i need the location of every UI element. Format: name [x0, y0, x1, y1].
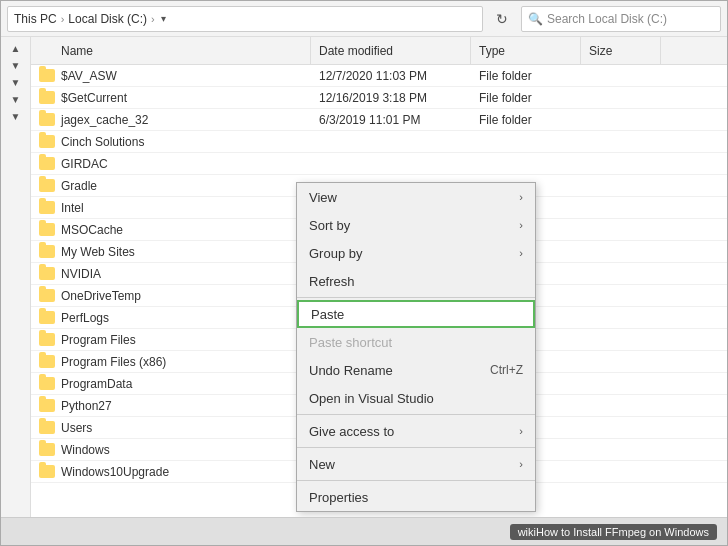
nav-down-arrow-2[interactable]: ▼ — [9, 75, 23, 90]
file-date-cell: 12/7/2020 11:03 PM — [311, 69, 471, 83]
col-header-type[interactable]: Type — [471, 37, 581, 64]
ctx-menu-item[interactable]: Properties — [297, 483, 535, 511]
file-name-label: Cinch Solutions — [61, 135, 144, 149]
ctx-submenu-arrow: › — [519, 458, 523, 470]
table-row[interactable]: Cinch Solutions — [31, 131, 727, 153]
file-name-label: PerfLogs — [61, 311, 109, 325]
file-name-cell: My Web Sites — [31, 245, 311, 259]
address-bar: This PC › Local Disk (C:) › ▾ ↻ 🔍 Search… — [1, 1, 727, 37]
breadcrumb-sep-2: › — [151, 13, 155, 25]
context-menu: View›Sort by›Group by›RefreshPastePaste … — [296, 182, 536, 512]
folder-icon — [39, 135, 55, 148]
file-name-cell: OneDriveTemp — [31, 289, 311, 303]
file-name-cell: GIRDAC — [31, 157, 311, 171]
file-name-label: MSOCache — [61, 223, 123, 237]
folder-icon — [39, 377, 55, 390]
file-type-cell: File folder — [471, 69, 581, 83]
ctx-item-label: Group by — [309, 246, 362, 261]
ctx-menu-item[interactable]: Open in Visual Studio — [297, 384, 535, 412]
file-name-cell: PerfLogs — [31, 311, 311, 325]
file-name-label: My Web Sites — [61, 245, 135, 259]
left-nav: ▲ ▼ ▼ ▼ ▼ — [1, 37, 31, 517]
ctx-shortcut: Ctrl+Z — [490, 363, 523, 377]
ctx-menu-item[interactable]: Paste — [297, 300, 535, 328]
ctx-item-label: Undo Rename — [309, 363, 393, 378]
folder-icon — [39, 201, 55, 214]
folder-icon — [39, 91, 55, 104]
file-name-cell: $GetCurrent — [31, 91, 311, 105]
file-name-cell: Intel — [31, 201, 311, 215]
ctx-submenu-arrow: › — [519, 191, 523, 203]
nav-down-arrow-1[interactable]: ▼ — [9, 58, 23, 73]
wiki-badge: wikiHow to Install FFmpeg on Windows — [510, 524, 717, 540]
ctx-menu-item[interactable]: Give access to› — [297, 417, 535, 445]
ctx-menu-item[interactable]: View› — [297, 183, 535, 211]
ctx-menu-item[interactable]: Undo RenameCtrl+Z — [297, 356, 535, 384]
nav-down-arrow-4[interactable]: ▼ — [9, 109, 23, 124]
ctx-item-label: Sort by — [309, 218, 350, 233]
folder-icon — [39, 179, 55, 192]
file-name-cell: Windows — [31, 443, 311, 457]
table-row[interactable]: GIRDAC — [31, 153, 727, 175]
bottom-bar: wikiHow to Install FFmpeg on Windows — [1, 517, 727, 545]
folder-icon — [39, 69, 55, 82]
ctx-submenu-arrow: › — [519, 425, 523, 437]
table-row[interactable]: $GetCurrent 12/16/2019 3:18 PM File fold… — [31, 87, 727, 109]
ctx-item-label: Paste — [311, 307, 344, 322]
ctx-menu-item[interactable]: New› — [297, 450, 535, 478]
ctx-menu-item[interactable]: Refresh — [297, 267, 535, 295]
ctx-item-label: Give access to — [309, 424, 394, 439]
file-name-label: jagex_cache_32 — [61, 113, 148, 127]
ctx-item-label: New — [309, 457, 335, 472]
file-name-label: Program Files — [61, 333, 136, 347]
file-name-cell: Gradle — [31, 179, 311, 193]
file-name-label: Windows10Upgrade — [61, 465, 169, 479]
file-name-label: NVIDIA — [61, 267, 101, 281]
col-header-name[interactable]: Name — [31, 37, 311, 64]
folder-icon — [39, 355, 55, 368]
file-name-label: Python27 — [61, 399, 112, 413]
ctx-menu-item[interactable]: Group by› — [297, 239, 535, 267]
nav-down-arrow-3[interactable]: ▼ — [9, 92, 23, 107]
folder-icon — [39, 157, 55, 170]
file-name-label: Intel — [61, 201, 84, 215]
file-name-cell: Program Files (x86) — [31, 355, 311, 369]
nav-up-arrow[interactable]: ▲ — [9, 41, 23, 56]
table-row[interactable]: $AV_ASW 12/7/2020 11:03 PM File folder — [31, 65, 727, 87]
file-name-label: Windows — [61, 443, 110, 457]
ctx-separator — [297, 447, 535, 448]
breadcrumb[interactable]: This PC › Local Disk (C:) › ▾ — [7, 6, 483, 32]
breadcrumb-dropdown-btn[interactable]: ▾ — [159, 13, 168, 24]
search-icon: 🔍 — [528, 12, 543, 26]
breadcrumb-local-disk: Local Disk (C:) — [68, 12, 147, 26]
folder-icon — [39, 289, 55, 302]
file-name-cell: MSOCache — [31, 223, 311, 237]
table-row[interactable]: jagex_cache_32 6/3/2019 11:01 PM File fo… — [31, 109, 727, 131]
file-name-label: Program Files (x86) — [61, 355, 166, 369]
ctx-item-label: Properties — [309, 490, 368, 505]
col-header-size[interactable]: Size — [581, 37, 661, 64]
breadcrumb-sep-1: › — [61, 13, 65, 25]
breadcrumb-this-pc: This PC — [14, 12, 57, 26]
col-header-date[interactable]: Date modified — [311, 37, 471, 64]
main-content: ▲ ▼ ▼ ▼ ▼ Name Date modified Type Size $… — [1, 37, 727, 517]
file-name-cell: Windows10Upgrade — [31, 465, 311, 479]
file-name-label: Gradle — [61, 179, 97, 193]
folder-icon — [39, 223, 55, 236]
file-type-cell: File folder — [471, 113, 581, 127]
ctx-item-label: View — [309, 190, 337, 205]
file-name-label: ProgramData — [61, 377, 132, 391]
search-box[interactable]: 🔍 Search Local Disk (C:) — [521, 6, 721, 32]
file-name-cell: jagex_cache_32 — [31, 113, 311, 127]
refresh-button[interactable]: ↻ — [489, 6, 515, 32]
ctx-menu-item: Paste shortcut — [297, 328, 535, 356]
file-name-cell: ProgramData — [31, 377, 311, 391]
file-name-label: GIRDAC — [61, 157, 108, 171]
folder-icon — [39, 311, 55, 324]
file-name-cell: Program Files — [31, 333, 311, 347]
folder-icon — [39, 399, 55, 412]
column-headers: Name Date modified Type Size — [31, 37, 727, 65]
ctx-menu-item[interactable]: Sort by› — [297, 211, 535, 239]
file-name-cell: Python27 — [31, 399, 311, 413]
folder-icon — [39, 267, 55, 280]
